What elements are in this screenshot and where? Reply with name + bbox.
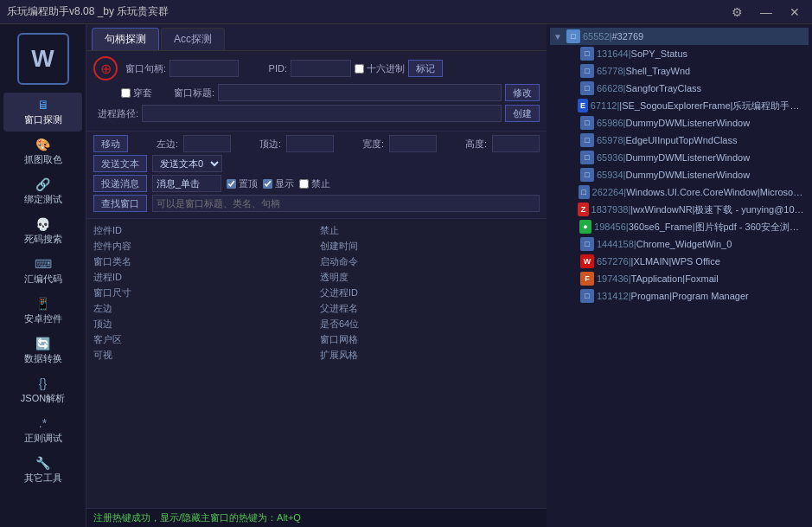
sidebar-item-binding[interactable]: 🔗绑定测试: [3, 172, 82, 211]
tree-item[interactable]: ●198456|360se6_Frame|图片转pdf - 360安全浏览器 1…: [550, 218, 809, 235]
tree-node-icon: E: [578, 99, 588, 112]
settop-checkbox[interactable]: [227, 179, 236, 189]
tree-item[interactable]: □65936|DummyDWMListenerWindow: [550, 149, 809, 166]
json-parse-label: JSON解析: [21, 392, 65, 405]
width-input[interactable]: [389, 135, 437, 152]
pid-label: PID:: [242, 63, 287, 74]
mark-button[interactable]: 标记: [408, 60, 443, 77]
info-item[interactable]: 窗口尺寸: [93, 285, 313, 300]
tab-acc-detect[interactable]: Acc探测: [161, 28, 225, 50]
settop-checkbox-label[interactable]: 置顶: [227, 177, 258, 190]
tree-item[interactable]: □1444158|Chrome_WidgetWin_0: [550, 235, 809, 253]
info-item[interactable]: 窗口网格: [320, 331, 540, 347]
app-title: 乐玩编程助手v8.08 _by 乐玩贵宾群: [7, 4, 169, 19]
tree-item[interactable]: □65978|EdgeUIInputTopWndClass: [550, 132, 809, 149]
close-button[interactable]: ✕: [784, 3, 805, 21]
find-window-input[interactable]: [152, 195, 540, 212]
tree-item[interactable]: □131412|Progman|Program Manager: [550, 287, 809, 305]
info-item[interactable]: 可视: [93, 347, 313, 363]
modify-button[interactable]: 修改: [505, 84, 540, 101]
disable-checkbox-label[interactable]: 禁止: [299, 177, 330, 190]
pen-checkbox[interactable]: [121, 88, 131, 98]
send-text-select[interactable]: 发送文本0: [152, 155, 222, 172]
info-item[interactable]: 启动命令: [320, 254, 540, 269]
window-controls: ⚙ — ✕: [726, 3, 805, 21]
crosshair-icon[interactable]: ⊕: [93, 56, 118, 80]
tree-item[interactable]: □65934|DummyDWMListenerWindow: [550, 166, 809, 183]
find-window-button[interactable]: 查找窗口: [93, 195, 147, 212]
tree-node-icon: □: [580, 237, 594, 251]
tree-node-icon: ●: [579, 220, 591, 234]
path-row: 进程路径: 创建: [93, 105, 540, 122]
tree-root-item[interactable]: ▼□65552|#32769: [550, 28, 809, 45]
tree-item[interactable]: Z1837938||wxWindowNR|极速下载 - yunying@10.1…: [550, 201, 809, 218]
window-title-input[interactable]: [218, 84, 502, 101]
info-item[interactable]: 窗口类名: [93, 254, 313, 269]
show-checkbox-label[interactable]: 显示: [263, 177, 294, 190]
tree-item[interactable]: □65986|DummyDWMListenerWindow: [550, 114, 809, 132]
sidebar-item-color-pick[interactable]: 🎨抓图取色: [3, 132, 82, 171]
other-tools-label: 其它工具: [24, 472, 62, 485]
tree-item[interactable]: □66628|SangforTrayClass: [550, 80, 809, 97]
info-item[interactable]: 扩展风格: [320, 347, 540, 363]
window-detect-icon: 🖥: [37, 98, 49, 112]
sidebar-item-android[interactable]: 📱安卓控件: [3, 292, 82, 331]
hex-checkbox[interactable]: [355, 64, 364, 74]
main-layout: W 🖥窗口探测🎨抓图取色🔗绑定测试💀死码搜索⌨汇编代码📱安卓控件🔄数据转换{}J…: [0, 24, 812, 527]
tree-node-icon: □: [580, 289, 594, 303]
minimize-button[interactable]: —: [755, 3, 777, 21]
hex-checkbox-label[interactable]: 十六进制: [355, 62, 405, 75]
tree-item[interactable]: □131644|SoPY_Status: [550, 45, 809, 62]
tree-node-icon: □: [580, 151, 594, 164]
sidebar-item-data-convert[interactable]: 🔄数据转换: [3, 331, 82, 370]
sidebar-item-dead-search[interactable]: 💀死码搜索: [3, 212, 82, 251]
info-item[interactable]: 控件ID: [93, 222, 313, 238]
info-item[interactable]: 创建时间: [320, 238, 540, 254]
tree-item[interactable]: □262264|Windows.UI.Core.CoreWindow|Micro…: [550, 183, 809, 201]
move-row: 移动 左边: 顶边: 宽度: 高度:: [93, 135, 540, 152]
tab-handle-detect[interactable]: 句柄探测: [92, 28, 159, 50]
info-item[interactable]: 父进程名: [320, 300, 540, 316]
pen-checkbox-label[interactable]: 穿套: [121, 87, 166, 100]
info-item[interactable]: 左边: [93, 300, 313, 316]
top-input[interactable]: [286, 135, 334, 152]
pid-input[interactable]: [291, 60, 351, 77]
sidebar-item-json-parse[interactable]: {}JSON解析: [3, 371, 82, 410]
gear-button[interactable]: ⚙: [726, 3, 748, 21]
show-checkbox[interactable]: [263, 179, 272, 189]
msg-input[interactable]: [152, 175, 221, 192]
path-input[interactable]: [142, 105, 502, 122]
send-text-button[interactable]: 发送文本: [93, 155, 147, 172]
disable-checkbox[interactable]: [299, 179, 309, 189]
info-item[interactable]: 父进程ID: [320, 285, 540, 300]
info-item[interactable]: 客户区: [93, 331, 313, 347]
info-item[interactable]: 透明度: [320, 269, 540, 285]
create-button[interactable]: 创建: [505, 105, 540, 122]
tree-node-icon: F: [580, 272, 594, 286]
sidebar-item-other-tools[interactable]: 🔧其它工具: [3, 451, 82, 490]
tree-node-icon: Z: [578, 202, 588, 216]
tree-expand-icon: ▼: [553, 32, 564, 42]
controls-section: 移动 左边: 顶边: 宽度: 高度: 发送文本 发送文本0 投递消息: [86, 132, 547, 219]
tree-item[interactable]: E67112||SE_SogouExplorerFrame|乐玩编程助手下载-乐…: [550, 97, 809, 114]
asm-code-icon: ⌨: [35, 257, 52, 271]
info-item[interactable]: 进程ID: [93, 269, 313, 285]
left-input[interactable]: [183, 135, 231, 152]
height-input[interactable]: [492, 135, 540, 152]
info-item[interactable]: 顶边: [93, 316, 313, 331]
sidebar-item-window-detect[interactable]: 🖥窗口探测: [3, 93, 82, 132]
info-item[interactable]: 是否64位: [320, 316, 540, 331]
window-title-label: 窗口标题:: [169, 87, 214, 100]
info-item[interactable]: 禁止: [320, 222, 540, 238]
color-pick-label: 抓图取色: [24, 153, 62, 166]
move-button[interactable]: 移动: [93, 135, 128, 152]
send-msg-button[interactable]: 投递消息: [93, 175, 147, 192]
tree-item[interactable]: W657276||XLMAIN|WPS Office: [550, 253, 809, 270]
handle-input[interactable]: [169, 60, 239, 77]
sidebar-item-asm-code[interactable]: ⌨汇编代码: [3, 252, 82, 291]
tree-item[interactable]: □65778|Shell_TrayWnd: [550, 62, 809, 80]
tree-item[interactable]: F197436|TApplication|Foxmail: [550, 270, 809, 287]
info-item[interactable]: 控件内容: [93, 238, 313, 254]
window-tree: ▼□65552|#32769□131644|SoPY_Status□65778|…: [547, 24, 812, 308]
sidebar-item-regex[interactable]: .*正则调试: [3, 411, 82, 450]
